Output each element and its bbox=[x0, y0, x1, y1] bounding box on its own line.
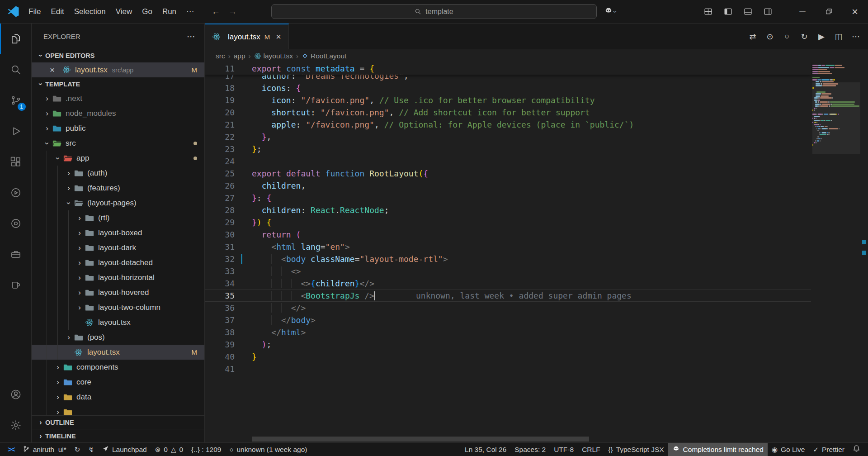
code-line[interactable]: 40} bbox=[205, 351, 811, 363]
workspace-section-header[interactable]: › TEMPLATE bbox=[32, 77, 204, 91]
cursor-position[interactable]: Ln 35, Col 26 bbox=[461, 443, 510, 456]
more-actions-icon[interactable]: ⋯ bbox=[847, 28, 864, 45]
mug-icon[interactable] bbox=[0, 270, 32, 300]
eol[interactable]: CRLF bbox=[578, 443, 604, 456]
command-center[interactable]: template bbox=[271, 4, 597, 19]
code-line[interactable]: 23}; bbox=[205, 143, 811, 155]
code-line[interactable]: 30 return ( bbox=[205, 228, 811, 241]
code-line[interactable]: 18 icons: { bbox=[205, 82, 811, 94]
notifications[interactable] bbox=[849, 443, 864, 456]
tree-item-auth[interactable]: ›(auth) bbox=[32, 166, 204, 180]
tab-layout-tsx[interactable]: layout.tsx M × bbox=[205, 24, 289, 49]
tree-item-features[interactable]: ›(features) bbox=[32, 180, 204, 195]
gitlens-zap[interactable]: ↯ bbox=[84, 443, 98, 456]
menu-go[interactable]: Go bbox=[137, 5, 157, 19]
launchpad[interactable]: Launchpad bbox=[98, 443, 151, 456]
tree-item-pos[interactable]: ›(pos) bbox=[32, 330, 204, 345]
git-blame[interactable]: ○unknown (1 week ago) bbox=[225, 443, 311, 456]
code-line[interactable]: 25export default function RootLayout({ bbox=[205, 167, 811, 180]
publish-changes[interactable]: ↻ bbox=[71, 443, 85, 456]
tree-item-layout-boxed[interactable]: ›layout-boxed bbox=[32, 225, 204, 240]
breadcrumb-rootlayout[interactable]: RootLayout bbox=[302, 52, 346, 60]
explorer-icon[interactable] bbox=[0, 24, 32, 54]
circle-inspect-icon[interactable] bbox=[0, 208, 32, 239]
breadcrumb-src[interactable]: src bbox=[216, 52, 225, 60]
run-and-debug-icon[interactable] bbox=[0, 116, 32, 147]
tree-item-layout-two-column[interactable]: ›layout-two-column bbox=[32, 300, 204, 315]
code-line[interactable]: 11export const metadata = { bbox=[205, 62, 811, 75]
tree-item-layout-horizontal[interactable]: ›layout-horizontal bbox=[32, 270, 204, 285]
minimize-button[interactable]: ─ bbox=[789, 0, 816, 23]
extensions-icon[interactable] bbox=[0, 147, 32, 177]
menu-selection[interactable]: Selection bbox=[69, 5, 111, 19]
tree-item-next[interactable]: ›.next bbox=[32, 91, 204, 106]
restore-window-icon[interactable] bbox=[816, 0, 842, 23]
split-editor-icon[interactable]: ◫ bbox=[830, 28, 847, 45]
accounts-icon[interactable] bbox=[0, 379, 32, 410]
code-line[interactable]: 24 bbox=[205, 155, 811, 167]
go-live[interactable]: ◉Go Live bbox=[768, 443, 809, 456]
back-arrow-icon[interactable]: ← bbox=[212, 7, 220, 17]
indentation[interactable]: Spaces: 2 bbox=[510, 443, 550, 456]
git-branch[interactable]: aniruth_ui* bbox=[19, 443, 71, 456]
code-line[interactable]: 41 bbox=[205, 363, 811, 375]
tree-item-public[interactable]: ›public bbox=[32, 121, 204, 136]
copilot-status[interactable]: Completions limit reached bbox=[668, 443, 768, 456]
circle-play-icon[interactable] bbox=[0, 177, 32, 208]
breadcrumb-layout-tsx[interactable]: layout.tsx bbox=[254, 52, 293, 60]
code-line[interactable]: 38 </html> bbox=[205, 326, 811, 338]
settings-icon[interactable] bbox=[0, 410, 32, 441]
encoding[interactable]: UTF-8 bbox=[550, 443, 578, 456]
sticky-scroll[interactable]: 11export const metadata = { bbox=[205, 62, 811, 75]
code-line[interactable]: 32 <body className="layout-mode-rtl"> bbox=[205, 253, 811, 265]
tree-item-node-modules[interactable]: ›node_modules bbox=[32, 106, 204, 121]
menu-edit[interactable]: Edit bbox=[46, 5, 69, 19]
timeline-circle-icon[interactable]: ○ bbox=[778, 28, 796, 45]
menu-view[interactable]: View bbox=[111, 5, 137, 19]
run-code-icon[interactable]: ▶ bbox=[813, 28, 830, 45]
tree-item-data[interactable]: ›data bbox=[32, 390, 204, 404]
tree-item-src[interactable]: ›src bbox=[32, 136, 204, 151]
code-line[interactable]: 31 <html lang="en"> bbox=[205, 241, 811, 253]
tree-item-components[interactable]: ›components bbox=[32, 360, 204, 375]
code-line[interactable]: 28 children: React.ReactNode; bbox=[205, 204, 811, 216]
menu-more[interactable]: ⋯ bbox=[181, 5, 199, 19]
open-editors-header[interactable]: › OPEN EDITORS bbox=[32, 49, 204, 62]
tree-item-layout-detached[interactable]: ›layout-detached bbox=[32, 255, 204, 270]
tree-item-item[interactable]: › bbox=[32, 404, 204, 415]
menu-file[interactable]: File bbox=[24, 5, 46, 19]
prettier[interactable]: ✓Prettier bbox=[809, 443, 849, 456]
copilot-menu[interactable]: › bbox=[604, 6, 617, 17]
tree-item-layout-pages[interactable]: ›(layout-pages) bbox=[32, 195, 204, 210]
compare-changes-icon[interactable]: ⇄ bbox=[744, 28, 761, 45]
remote-indicator[interactable]: >< bbox=[4, 443, 19, 456]
tree-item-core[interactable]: ›core bbox=[32, 375, 204, 390]
source-control-icon[interactable]: 1 bbox=[0, 85, 32, 116]
tree-item-layout-tsx[interactable]: layout.tsxM bbox=[32, 345, 204, 360]
code-line[interactable]: 29}) { bbox=[205, 216, 811, 228]
scrollbar-thumb[interactable] bbox=[252, 437, 589, 442]
code-line[interactable]: 33 <> bbox=[205, 265, 811, 277]
tree-item-app[interactable]: ›app bbox=[32, 151, 204, 166]
customize-layout-icon[interactable] bbox=[698, 0, 718, 23]
code-line[interactable]: 20 shortcut: "/favicon.png", // Add shor… bbox=[205, 106, 811, 119]
timeline-section-header[interactable]: › TIMELINE bbox=[32, 429, 204, 442]
tree-item-layout-hovered[interactable]: ›layout-hovered bbox=[32, 285, 204, 300]
toggle-panel-icon[interactable] bbox=[738, 0, 758, 23]
code-line[interactable]: 34 <>{children}</> bbox=[205, 277, 811, 290]
code-editor[interactable]: 17 author: "Dreams Technologies",18 icon… bbox=[205, 62, 868, 442]
problems[interactable]: ⊗0△0 bbox=[151, 443, 187, 456]
code-line[interactable]: 22 }, bbox=[205, 131, 811, 143]
code-line[interactable]: 39 ); bbox=[205, 338, 811, 351]
breadcrumb-app[interactable]: app bbox=[234, 52, 245, 60]
open-changes-icon[interactable]: ⊙ bbox=[761, 28, 778, 45]
code-line[interactable]: 37 </body> bbox=[205, 314, 811, 326]
code-line[interactable]: 36 </> bbox=[205, 302, 811, 314]
horizontal-scrollbar[interactable] bbox=[252, 437, 805, 442]
code-line[interactable]: 26 children, bbox=[205, 180, 811, 192]
code-line[interactable]: 27}: { bbox=[205, 192, 811, 204]
code-line[interactable]: 35 <BootstrapJs />unknown, last week • a… bbox=[205, 290, 811, 302]
code-line[interactable]: 19 icon: "/favicon.png", // Use .ico for… bbox=[205, 94, 811, 106]
close-window-button[interactable]: × bbox=[842, 0, 868, 23]
toolbox-icon[interactable] bbox=[0, 239, 32, 270]
